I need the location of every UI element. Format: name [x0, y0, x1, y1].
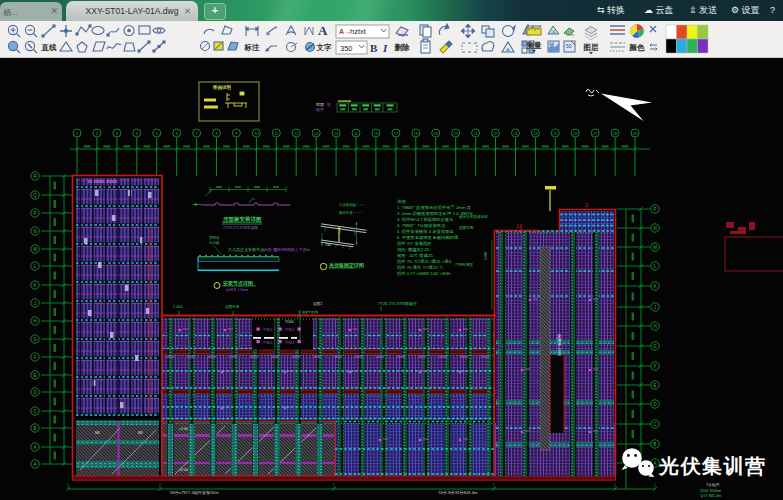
svg-text:组件排布区域说明: 组件排布区域说明	[459, 214, 488, 219]
svg-text:屋面标高: 屋面标高	[225, 304, 240, 309]
svg-text:59台x7977.4组件安装50m: 59台x7977.4组件安装50m	[170, 490, 219, 495]
svg-text:光伏板固定详图: 光伏板固定详图	[328, 262, 364, 269]
svg-text:G: G	[653, 344, 657, 349]
svg-text:7YM-2: 7YM-2	[263, 328, 273, 332]
svg-text:H: H	[33, 319, 36, 324]
svg-text:+5.00: +5.00	[179, 427, 188, 431]
svg-text:2500 3500m: 2500 3500m	[700, 489, 721, 493]
svg-text:7Y29-2Y5-87M安装图: 7Y29-2Y5-87M安装图	[223, 225, 258, 230]
svg-text:屋面标高: 屋面标高	[459, 225, 474, 230]
svg-text:50: 50	[566, 43, 572, 49]
svg-text:压型板安装详图: 压型板安装详图	[222, 216, 262, 223]
svg-text:6: 6	[176, 132, 178, 136]
svg-text:比例尺 1:5mm: 比例尺 1:5mm	[226, 288, 248, 292]
svg-text:G: G	[33, 337, 37, 342]
svg-text:M4: M4	[95, 431, 100, 435]
svg-text:F: F	[654, 364, 657, 369]
svg-text:安装节点详图: 安装节点详图	[223, 280, 253, 287]
svg-text:P: P	[653, 207, 656, 212]
svg-text:J: J	[34, 301, 36, 306]
svg-text:屋面分区线: 屋面分区线	[302, 310, 319, 314]
svg-text:倾角: -10℃ 荷载25: 倾角: -10℃ 荷载25	[397, 253, 433, 258]
svg-text:19: 19	[434, 132, 438, 136]
svg-text:20: 20	[454, 132, 458, 136]
svg-text:7: 7	[196, 132, 198, 136]
svg-text:24: 24	[533, 132, 537, 136]
svg-text:14: 14	[334, 132, 338, 136]
svg-text:K: K	[33, 283, 36, 288]
svg-text:9: 9	[235, 132, 237, 136]
svg-text:23: 23	[513, 132, 517, 136]
svg-text:13: 13	[314, 132, 318, 136]
svg-text:17: 17	[394, 132, 398, 136]
svg-text:18: 18	[414, 132, 418, 136]
svg-text:15: 15	[354, 132, 358, 136]
svg-text:颜色: 颜色	[629, 43, 646, 52]
svg-text:H: H	[653, 324, 656, 329]
svg-text:3. 组件MC4 T形线缆防水接头: 3. 组件MC4 T形线缆防水接头	[397, 217, 454, 222]
svg-text:钢爬梯-1800: 钢爬梯-1800	[557, 333, 562, 357]
svg-text:泛水板: 泛水板	[209, 241, 220, 245]
svg-text:组件 0.77 <6MW 2/42 <9/4h;: 组件 0.77 <6MW 2/42 <9/4h;	[397, 271, 452, 276]
svg-text:+5.00: +5.00	[179, 468, 188, 472]
svg-text:组件 70 度作 7/7度25 个;: 组件 70 度作 7/7度25 个;	[397, 265, 444, 270]
svg-text:44: 44	[549, 42, 555, 47]
svg-text:25: 25	[553, 132, 557, 136]
svg-text:图例说明: 图例说明	[213, 84, 232, 91]
svg-text:350: 350	[340, 44, 353, 53]
svg-text:直线: 直线	[41, 43, 58, 52]
svg-text:区: 区	[327, 102, 331, 107]
svg-text:E: E	[653, 383, 656, 388]
svg-text:3: 3	[116, 132, 118, 136]
svg-text:2: 2	[96, 132, 98, 136]
svg-text:26: 26	[573, 132, 577, 136]
svg-text:零部件: 零部件	[209, 235, 220, 240]
svg-text:图层: 图层	[584, 43, 600, 52]
svg-text:A: A	[653, 461, 656, 466]
svg-text:7YM标高区: 7YM标高区	[455, 262, 474, 267]
svg-text:74台-8台33台845.4m: 74台-8台33台845.4m	[438, 490, 478, 495]
svg-text:B: B	[370, 42, 378, 54]
svg-text:光伏集训营: 光伏集训营	[658, 455, 767, 477]
svg-text:1. 7MW厂房屋面光伏组件布置 2mm 厚: 1. 7MW厂房屋面光伏组件布置 2mm 厚	[397, 205, 472, 210]
svg-text:A: A	[33, 445, 36, 450]
svg-text:7YM-2: 7YM-2	[285, 341, 295, 345]
svg-text:说明:: 说明:	[397, 199, 407, 204]
svg-text:M: M	[33, 247, 37, 252]
svg-text:M: M	[653, 245, 657, 250]
svg-text:hztxt: hztxt	[350, 27, 367, 36]
svg-text:M4: M4	[138, 431, 143, 435]
svg-text:10: 10	[254, 132, 258, 136]
svg-text:27: 27	[593, 132, 597, 136]
svg-text:标注: 标注	[244, 43, 261, 52]
svg-text:I: I	[382, 42, 388, 54]
svg-text:A: A	[33, 462, 36, 467]
svg-text:11: 11	[274, 132, 278, 136]
svg-text:测量: 测量	[526, 41, 543, 50]
svg-text:5. 组件安装横排 4 块竖排固定: 5. 组件安装横排 4 块竖排固定	[397, 229, 455, 234]
svg-text:7台组件: 7台组件	[706, 482, 720, 487]
svg-text:N: N	[653, 226, 656, 231]
svg-text:28: 28	[613, 132, 617, 136]
svg-text:6.000: 6.000	[484, 251, 488, 260]
svg-text:屋面2: 屋面2	[313, 302, 322, 306]
svg-text:Q: Q	[33, 193, 37, 198]
svg-text:7YM-2: 7YM-2	[263, 341, 273, 345]
svg-text:21: 21	[473, 132, 477, 136]
svg-text:7L600: 7L600	[285, 320, 294, 324]
svg-text:B: B	[33, 426, 36, 431]
svg-text:1: 1	[76, 132, 78, 136]
svg-text:12: 12	[294, 132, 298, 136]
svg-text:150: 150	[325, 243, 331, 247]
svg-text:F: F	[34, 355, 37, 360]
svg-text:7YM-2: 7YM-2	[285, 328, 295, 332]
svg-text:4: 4	[136, 132, 138, 136]
svg-text:4. 7MW厂 7年限安装防水: 4. 7MW厂 7年限安装防水	[397, 223, 446, 228]
svg-text:29: 29	[633, 132, 637, 136]
svg-text:8: 8	[215, 132, 217, 136]
svg-text:1-400: 1-400	[173, 305, 182, 309]
svg-text:B: B	[653, 442, 656, 447]
svg-text:组件 70: 7/7度25 /度25 <度4;: 组件 70: 7/7度25 /度25 <度4;	[397, 259, 452, 264]
svg-text:文字: 文字	[316, 43, 333, 52]
svg-text:P: P	[33, 211, 36, 216]
